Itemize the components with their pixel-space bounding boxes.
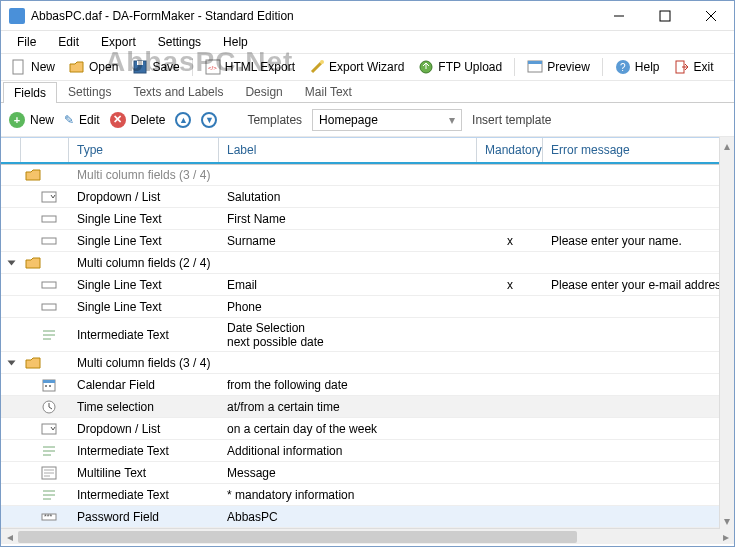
field-row[interactable]: Intermediate TextAdditional information [1, 440, 734, 462]
text-icon [41, 299, 57, 315]
scroll-left-icon[interactable]: ◂ [1, 529, 18, 545]
tab-design[interactable]: Design [234, 81, 293, 102]
svg-rect-30 [45, 385, 47, 387]
toolbar-save[interactable]: Save [128, 57, 183, 77]
field-row[interactable]: Intermediate Text* mandatory information [1, 484, 734, 506]
dropdown-icon [41, 421, 57, 437]
row-icon-cell [21, 355, 69, 371]
type-cell: Single Line Text [69, 212, 219, 226]
row-icon-cell [21, 487, 69, 503]
titlebar: AbbasPC.daf - DA-FormMaker - Standard Ed… [1, 1, 734, 31]
toolbar-exit[interactable]: Exit [670, 57, 718, 77]
row-icon-cell: *** [21, 509, 69, 525]
menu-file[interactable]: File [7, 33, 46, 51]
svg-text:?: ? [620, 62, 626, 73]
field-row[interactable]: Intermediate TextDate Selection next pos… [1, 318, 734, 352]
insert-template-link[interactable]: Insert template [472, 113, 551, 127]
grid-header: Type Label Mandatory Error message [1, 138, 734, 164]
row-icon-cell [21, 233, 69, 249]
minimize-button[interactable] [596, 1, 642, 31]
close-button[interactable] [688, 1, 734, 31]
field-row[interactable]: Single Line TextFirst Name [1, 208, 734, 230]
field-row[interactable]: Time selectionat/from a certain time [1, 396, 734, 418]
templates-select[interactable]: Homepage ▾ [312, 109, 462, 131]
multi-icon [41, 465, 57, 481]
cmd-move-down[interactable]: ▼ [201, 112, 217, 128]
window-title: AbbasPC.daf - DA-FormMaker - Standard Ed… [31, 9, 596, 23]
toolbar-html-export[interactable]: </>HTML Export [201, 57, 299, 77]
tab-texts-labels[interactable]: Texts and Labels [122, 81, 234, 102]
type-cell: Calendar Field [69, 378, 219, 392]
col-type[interactable]: Type [69, 138, 219, 162]
cmd-move-up[interactable]: ▲ [175, 112, 191, 128]
scroll-down-icon[interactable]: ▾ [720, 512, 734, 529]
type-cell: Multi column fields (3 / 4) [69, 168, 219, 182]
type-cell: Time selection [69, 400, 219, 414]
field-row[interactable]: Calendar Fieldfrom the following date [1, 374, 734, 396]
svg-point-9 [320, 60, 324, 64]
field-row[interactable]: Multiline TextMessage [1, 462, 734, 484]
menu-export[interactable]: Export [91, 33, 146, 51]
tab-settings[interactable]: Settings [57, 81, 122, 102]
toolbar-preview[interactable]: Preview [523, 57, 594, 77]
field-row[interactable]: Single Line TextEmailxPlease enter your … [1, 274, 734, 296]
toolbar-open[interactable]: Open [65, 57, 122, 77]
field-row[interactable]: Dropdown / Liston a certain day of the w… [1, 418, 734, 440]
toolbar-export-wizard[interactable]: Export Wizard [305, 57, 408, 77]
tab-mail-text[interactable]: Mail Text [294, 81, 363, 102]
dropdown-icon [41, 189, 57, 205]
svg-rect-29 [43, 380, 55, 383]
menu-help[interactable]: Help [213, 33, 258, 51]
field-row[interactable]: Single Line TextSurnamexPlease enter you… [1, 230, 734, 252]
help-icon: ? [615, 59, 631, 75]
cmd-edit[interactable]: ✎Edit [64, 113, 100, 127]
field-row[interactable]: ***Password FieldAbbasPC [1, 506, 734, 528]
expander-cell[interactable] [1, 359, 21, 367]
svg-text:</>: </> [208, 65, 217, 71]
label-cell: Date Selection next possible date [219, 321, 477, 349]
scroll-up-icon[interactable]: ▴ [720, 137, 734, 154]
field-row[interactable]: Single Line TextPhone [1, 296, 734, 318]
menu-settings[interactable]: Settings [148, 33, 211, 51]
col-label[interactable]: Label [219, 138, 477, 162]
group-row[interactable]: Multi column fields (2 / 4) [1, 252, 734, 274]
horizontal-scrollbar[interactable]: ◂ ▸ [1, 528, 734, 544]
cmd-new[interactable]: +New [9, 112, 54, 128]
label-cell: Salutation [219, 190, 477, 204]
cmd-delete[interactable]: ✕Delete [110, 112, 166, 128]
col-mandatory[interactable]: Mandatory [477, 138, 543, 162]
col-icon [21, 138, 69, 162]
menu-edit[interactable]: Edit [48, 33, 89, 51]
maximize-button[interactable] [642, 1, 688, 31]
pencil-icon: ✎ [64, 113, 74, 127]
exit-icon [674, 59, 690, 75]
app-icon [9, 8, 25, 24]
toolbar-ftp-upload[interactable]: FTP Upload [414, 57, 506, 77]
chevron-down-icon: ▾ [449, 113, 455, 127]
field-row[interactable]: Dropdown / ListSalutation [1, 186, 734, 208]
row-icon-cell [21, 211, 69, 227]
type-cell: Multi column fields (3 / 4) [69, 356, 219, 370]
plus-icon: + [9, 112, 25, 128]
text-icon [41, 211, 57, 227]
type-cell: Password Field [69, 510, 219, 524]
fields-grid: Type Label Mandatory Error message Multi… [1, 137, 734, 528]
password-icon: *** [41, 509, 57, 525]
row-icon-cell [21, 277, 69, 293]
row-icon-cell [21, 167, 69, 183]
group-row[interactable]: Multi column fields (3 / 4) [1, 352, 734, 374]
tab-fields[interactable]: Fields [3, 82, 57, 103]
grid-rows: Multi column fields (3 / 4)Dropdown / Li… [1, 164, 734, 528]
svg-rect-17 [42, 216, 56, 222]
calendar-icon [41, 377, 57, 393]
row-icon-cell [21, 443, 69, 459]
group-row[interactable]: Multi column fields (3 / 4) [1, 164, 734, 186]
templates-selected: Homepage [319, 113, 378, 127]
toolbar-help[interactable]: ?Help [611, 57, 664, 77]
toolbar-new[interactable]: New [7, 57, 59, 77]
scroll-thumb[interactable] [18, 531, 577, 543]
vertical-scrollbar[interactable]: ▴ ▾ [719, 137, 734, 529]
expander-cell[interactable] [1, 259, 21, 267]
col-error[interactable]: Error message [543, 138, 734, 162]
scroll-right-icon[interactable]: ▸ [717, 529, 734, 545]
